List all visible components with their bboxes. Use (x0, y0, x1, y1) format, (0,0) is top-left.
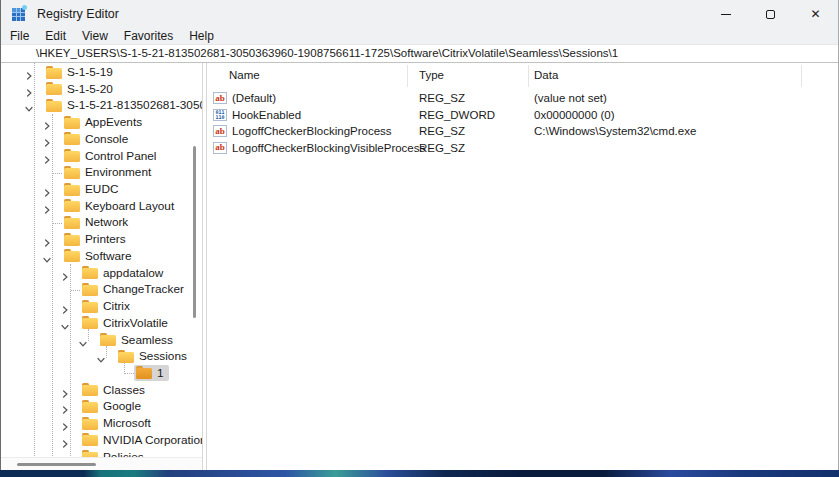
tree-item: Network (62, 214, 133, 230)
folder-icon (82, 383, 98, 396)
chevron-right-icon[interactable] (42, 134, 52, 144)
folder-icon (64, 216, 80, 229)
tree-row-keyboard-layout[interactable]: Keyboard Layout (1, 198, 202, 215)
tree-row-control-panel[interactable]: Control Panel (1, 148, 202, 165)
value-row-logoffcheckerblockingvisibleprocess[interactable]: abLogoffCheckerBlockingVisibleProcessREG… (208, 140, 838, 157)
chevron-down-icon[interactable] (42, 251, 52, 261)
column-header-data[interactable]: Data (534, 69, 558, 81)
chevron-right-icon[interactable] (42, 234, 52, 244)
chevron-right-icon[interactable] (42, 117, 52, 127)
value-row--default-[interactable]: ab(Default)REG_SZ(value not set) (208, 90, 838, 107)
tree-item-label: S-1-5-21-813502681-3050363960-1908756611… (67, 98, 202, 112)
tree-row-s-1-5-19[interactable]: S-1-5-19 (1, 64, 202, 81)
chevron-right-icon[interactable] (60, 401, 70, 411)
chevron-right-icon[interactable] (42, 151, 52, 161)
column-header-type[interactable]: Type (419, 69, 444, 81)
tree-item-label: S-1-5-19 (67, 65, 113, 79)
panel-splitter[interactable] (202, 63, 203, 470)
tree-row-s-1-5-20[interactable]: S-1-5-20 (1, 81, 202, 98)
tree-row-printers[interactable]: Printers (1, 231, 202, 248)
tree-row-nvidia-corporation[interactable]: NVIDIA Corporation (1, 432, 202, 449)
chevron-down-icon[interactable] (60, 318, 70, 328)
menu-item-favorites[interactable]: Favorites (116, 28, 181, 44)
tree-item: Control Panel (62, 148, 161, 164)
folder-icon (64, 233, 80, 246)
tree-row-eudc[interactable]: EUDC (1, 181, 202, 198)
chevron-right-icon[interactable] (42, 184, 52, 194)
content-area: S-1-5-19S-1-5-20S-1-5-21-813502681-30503… (1, 62, 838, 470)
chevron-right-icon[interactable] (24, 84, 34, 94)
column-header-name[interactable]: Name (229, 69, 260, 81)
open-folder-icon (136, 366, 152, 379)
value-row-hookenabled[interactable]: 011110HookEnabledREG_DWORD0x00000000 (0) (208, 107, 838, 124)
folder-icon (64, 149, 80, 162)
column-separator[interactable] (407, 65, 408, 87)
minimize-button[interactable] (703, 0, 748, 28)
chevron-down-icon[interactable] (78, 335, 88, 345)
tree-row-software[interactable]: Software (1, 248, 202, 265)
address-bar[interactable]: \HKEY_USERS\S-1-5-21-813502681-305036396… (1, 44, 838, 62)
value-row-logoffcheckerblockingprocess[interactable]: abLogoffCheckerBlockingProcessREG_SZC:\W… (208, 123, 838, 140)
tree-item: Microsoft (80, 415, 156, 431)
chevron-right-icon[interactable] (24, 67, 34, 77)
folder-icon (82, 400, 98, 413)
tree-item-label: Network (85, 215, 128, 229)
tree-vertical-scrollbar-thumb[interactable] (193, 146, 196, 318)
tree-row-network[interactable]: Network (1, 214, 202, 231)
chevron-right-icon[interactable] (60, 268, 70, 278)
tree-row-citrix[interactable]: Citrix (1, 298, 202, 315)
tree-item-label: appdatalow (103, 266, 163, 280)
tree-item: S-1-5-21-813502681-3050363960-1908756611… (44, 97, 202, 113)
tree-row-appdatalow[interactable]: appdatalow (1, 265, 202, 282)
tree-row-sessions[interactable]: Sessions (1, 348, 202, 365)
folder-icon (64, 132, 80, 145)
column-separator[interactable] (801, 65, 802, 87)
tree-horizontal-scrollbar-thumb[interactable] (17, 463, 96, 466)
menu-bar: FileEditViewFavoritesHelp (1, 28, 838, 44)
tree-row-classes[interactable]: Classes (1, 382, 202, 399)
tree-row-environment[interactable]: Environment (1, 164, 202, 181)
values-list-panel: NameTypeData ab(Default)REG_SZ(value not… (208, 63, 838, 470)
chevron-down-icon[interactable] (24, 100, 34, 110)
folder-icon (82, 417, 98, 430)
reg-dword-icon: 011110 (213, 109, 227, 121)
tree-row-appevents[interactable]: AppEvents (1, 114, 202, 131)
value-name: (Default) (232, 92, 276, 104)
menu-item-help[interactable]: Help (181, 28, 222, 44)
tree-horizontal-scrollbar[interactable] (1, 457, 202, 470)
close-button[interactable]: ✕ (793, 0, 838, 28)
chevron-right-icon[interactable] (60, 418, 70, 428)
tree-row-console[interactable]: Console (1, 131, 202, 148)
tree-row-changetracker[interactable]: ChangeTracker (1, 281, 202, 298)
chevron-right-icon[interactable] (60, 385, 70, 395)
maximize-button[interactable] (748, 0, 793, 28)
value-data: 0x00000000 (0) (534, 109, 615, 121)
folder-icon (64, 249, 80, 262)
title-bar: Registry Editor ✕ (1, 0, 838, 28)
tree-row-s-1-5-21-813502681-3050363960-1908756611-1725[interactable]: S-1-5-21-813502681-3050363960-1908756611… (1, 97, 202, 114)
chevron-right-icon[interactable] (60, 435, 70, 445)
menu-item-edit[interactable]: Edit (37, 28, 74, 44)
chevron-right-icon[interactable] (42, 201, 52, 211)
window-title: Registry Editor (37, 7, 119, 21)
tree-row-1[interactable]: 1 (1, 365, 202, 382)
column-separator[interactable] (528, 65, 529, 87)
tree-item-label: Environment (85, 165, 151, 179)
folder-icon (46, 99, 62, 112)
chevron-right-icon[interactable] (60, 301, 70, 311)
tree-item-label: Citrix (103, 299, 130, 313)
tree-item: S-1-5-19 (44, 64, 118, 80)
tree-row-citrixvolatile[interactable]: CitrixVolatile (1, 315, 202, 332)
tree-row-seamless[interactable]: Seamless (1, 332, 202, 349)
tree-item-label: AppEvents (85, 115, 142, 129)
folder-icon (100, 333, 116, 346)
menu-item-view[interactable]: View (74, 28, 116, 44)
chevron-down-icon[interactable] (96, 351, 106, 361)
value-type: REG_SZ (419, 142, 465, 154)
tree-row-google[interactable]: Google (1, 398, 202, 415)
tree-item-label: NVIDIA Corporation (103, 433, 202, 447)
tree-item-label: Classes (103, 383, 145, 397)
menu-item-file[interactable]: File (2, 28, 37, 44)
tree-row-microsoft[interactable]: Microsoft (1, 415, 202, 432)
tree-item-label: EUDC (85, 182, 118, 196)
